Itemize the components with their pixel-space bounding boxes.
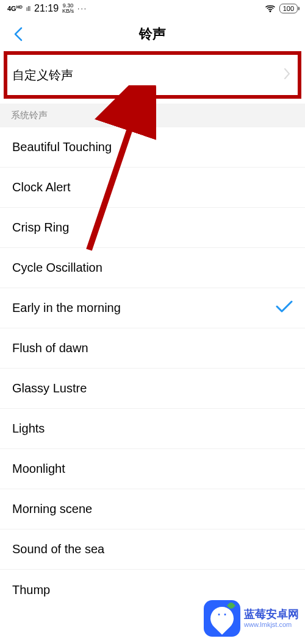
watermark-url: www.lmkjst.com [244,621,299,629]
ringtone-label: Thump [12,583,50,597]
ringtone-item[interactable]: Glassy Lustre [0,369,305,409]
custom-ringtone-item[interactable]: 自定义铃声 [4,51,301,99]
ringtone-label: Glassy Lustre [12,381,87,395]
watermark-text: 蓝莓安卓网 www.lmkjst.com [244,608,299,629]
watermark-title: 蓝莓安卓网 [244,608,299,621]
chevron-right-icon [284,68,290,82]
section-header-system: 系统铃声 [0,104,305,127]
more-icon: ··· [77,4,87,13]
ringtone-label: Beautiful Touching [12,140,112,154]
status-bar: 4GHD ıll 21:19 9.30KB/s ··· 100 [0,0,305,17]
ringtone-item[interactable]: Flush of dawn [0,328,305,369]
ringtone-label: Crisp Ring [12,221,69,235]
wifi-icon [265,3,276,14]
status-right: 100 [265,3,298,14]
ringtone-item[interactable]: Cycle Oscillation [0,248,305,288]
watermark: 蓝莓安卓网 www.lmkjst.com [204,600,299,637]
ringtone-label: Lights [12,422,45,436]
status-left: 4GHD ıll 21:19 9.30KB/s ··· [7,3,87,14]
ringtone-item[interactable]: Morning scene [0,489,305,529]
ringtone-label: Moonlight [12,462,65,476]
ringtone-item[interactable]: Clock Alert [0,168,305,208]
ringtone-label: Clock Alert [12,180,71,194]
ringtone-label: Flush of dawn [12,341,88,355]
watermark-logo [204,600,240,637]
ringtone-label: Cycle Oscillation [12,261,102,275]
ringtone-item[interactable]: Crisp Ring [0,208,305,248]
check-icon [276,300,293,316]
custom-ringtone-label: 自定义铃声 [12,67,73,83]
battery-indicator: 100 [279,4,298,13]
clock-time: 21:19 [34,3,59,14]
svg-point-0 [270,11,271,12]
ringtone-item[interactable]: Moonlight [0,449,305,489]
ringtone-list: Beautiful Touching Clock Alert Crisp Rin… [0,127,305,610]
ringtone-label: Early in the morning [12,301,121,315]
ringtone-item[interactable]: Sound of the sea [0,529,305,570]
ringtone-item[interactable]: Beautiful Touching [0,127,305,168]
page-header: 铃声 [0,17,305,51]
ringtone-label: Morning scene [12,502,92,516]
ringtone-item[interactable]: Lights [0,409,305,449]
page-title: 铃声 [139,25,166,43]
network-indicator: 4GHD [7,5,23,12]
back-button[interactable] [11,27,26,41]
ringtone-item[interactable]: Early in the morning [0,288,305,328]
network-speed: 9.30KB/s [62,3,74,14]
ringtone-label: Sound of the sea [12,542,104,556]
signal-icon: ıll [26,5,30,12]
